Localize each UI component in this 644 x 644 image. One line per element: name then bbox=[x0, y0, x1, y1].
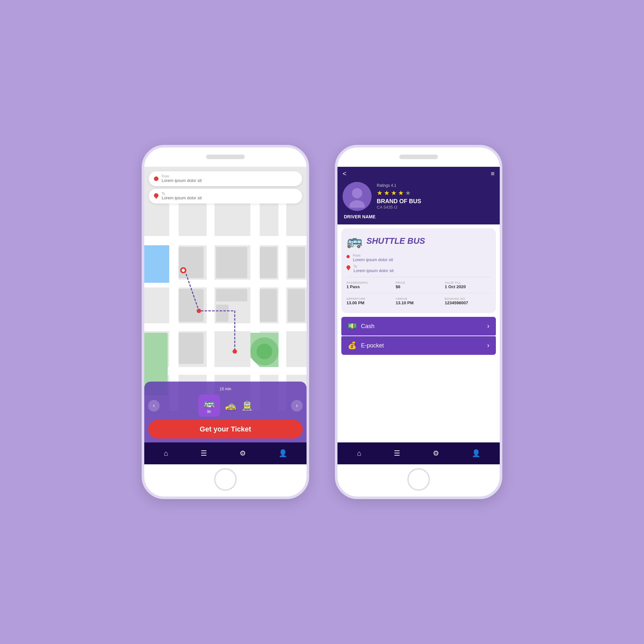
price-value: $6 bbox=[396, 284, 442, 289]
phone-2-bottom-nav: ⌂ ☰ ⚙ 👤 bbox=[337, 442, 500, 464]
taxi-icon: 🚕 bbox=[225, 400, 236, 411]
plate-number: CA 5435 IJ bbox=[377, 205, 495, 210]
epocket-payment-left: 💰 E-pocket bbox=[348, 341, 384, 350]
arrive-label: ARRIVE bbox=[396, 297, 442, 300]
nav-home-icon[interactable]: ⌂ bbox=[164, 449, 168, 458]
train-transport-option[interactable]: 🚊 bbox=[241, 400, 253, 411]
star-3: ★ bbox=[391, 189, 397, 197]
nav-2-list-icon[interactable]: ☰ bbox=[394, 449, 400, 458]
to-route-label: To bbox=[354, 265, 393, 268]
svg-rect-7 bbox=[251, 198, 260, 411]
to-pin-icon bbox=[154, 193, 158, 199]
from-route-value: Lorem ipsum dolor sit bbox=[353, 257, 393, 262]
cash-payment-left: 💵 Cash bbox=[348, 322, 374, 330]
phone-2-home-button[interactable] bbox=[407, 468, 430, 491]
valid-till-cell: VALID TILL 1 Oct 2020 bbox=[445, 281, 491, 289]
svg-rect-16 bbox=[260, 289, 277, 322]
svg-point-29 bbox=[349, 200, 365, 208]
driver-avatar bbox=[343, 182, 372, 211]
to-route-text: To Lorem ipsum dolor sit bbox=[354, 265, 393, 273]
transport-panel: 15 min ‹ 🚌 $6 🚕 🚊 bbox=[144, 382, 307, 442]
detail-screen: < ≡ Ratings 4.1 ★ ★ bbox=[337, 167, 500, 442]
epocket-icon: 💰 bbox=[348, 341, 356, 350]
nav-2-home-icon[interactable]: ⌂ bbox=[357, 449, 361, 458]
svg-rect-8 bbox=[279, 198, 286, 411]
transport-icons-list: 🚌 $6 🚕 🚊 bbox=[198, 394, 253, 417]
avatar-svg bbox=[346, 185, 368, 208]
cash-icon: 💵 bbox=[348, 322, 356, 330]
phone-1-home-button[interactable] bbox=[214, 468, 237, 491]
detail-header: < ≡ Ratings 4.1 ★ ★ bbox=[337, 167, 500, 224]
departure-label: DEPARTURE bbox=[346, 297, 393, 300]
arrive-cell: ARRIVE 13.10 PM bbox=[396, 297, 442, 305]
svg-point-28 bbox=[352, 188, 362, 198]
bus-transport-option[interactable]: 🚌 $6 bbox=[198, 394, 220, 417]
from-route-pin bbox=[346, 255, 350, 258]
next-transport-button[interactable]: › bbox=[291, 400, 303, 412]
taxi-transport-option[interactable]: 🚕 bbox=[225, 400, 236, 411]
passengers-value: 1 Pass bbox=[346, 284, 393, 289]
ratings-label: Ratings 4.1 bbox=[377, 183, 495, 188]
map-container: From Lorem ipsum dolor sit To Lorem ipsu… bbox=[144, 167, 307, 442]
driver-details: Ratings 4.1 ★ ★ ★ ★ ★ BRAND OF BUS CA 54… bbox=[377, 183, 495, 210]
valid-till-value: 1 Oct 2020 bbox=[445, 284, 491, 289]
cash-label: Cash bbox=[361, 323, 374, 330]
nav-2-profile-icon[interactable]: 👤 bbox=[472, 449, 480, 458]
svg-rect-6 bbox=[207, 198, 214, 411]
booking-label: BOOKING NO. bbox=[445, 297, 491, 300]
svg-point-22 bbox=[257, 344, 272, 359]
epocket-payment-option[interactable]: 💰 E-pocket › bbox=[341, 336, 496, 355]
from-search-bar[interactable]: From Lorem ipsum dolor sit bbox=[149, 171, 302, 186]
epocket-chevron-icon: › bbox=[487, 341, 489, 350]
hamburger-menu-button[interactable]: ≡ bbox=[491, 170, 495, 177]
svg-rect-11 bbox=[179, 289, 204, 322]
departure-cell: DEPARTURE 13.00 PM bbox=[346, 297, 393, 305]
time-display: 15 min bbox=[148, 387, 303, 391]
price-cell: PRICE $6 bbox=[396, 281, 442, 289]
svg-point-25 bbox=[182, 269, 185, 272]
detail-top-bar: < ≡ bbox=[343, 170, 495, 177]
phone-2-speaker bbox=[399, 155, 438, 159]
brand-name: BRAND OF BUS bbox=[377, 198, 495, 205]
nav-list-icon[interactable]: ☰ bbox=[201, 449, 207, 458]
cash-chevron-icon: › bbox=[487, 322, 489, 330]
nav-settings-icon[interactable]: ⚙ bbox=[240, 449, 246, 458]
phone-2-screen: < ≡ Ratings 4.1 ★ ★ bbox=[337, 167, 500, 464]
arrive-value: 13.10 PM bbox=[396, 300, 442, 305]
phone-2: < ≡ Ratings 4.1 ★ ★ bbox=[335, 145, 502, 499]
payment-section: 💵 Cash › 💰 E-pocket › bbox=[341, 317, 496, 355]
from-value: Lorem ipsum dolor sit bbox=[162, 178, 202, 183]
get-ticket-button[interactable]: Get your Ticket bbox=[148, 420, 303, 439]
nav-profile-icon[interactable]: 👤 bbox=[279, 449, 287, 458]
phone-1: From Lorem ipsum dolor sit To Lorem ipsu… bbox=[142, 145, 309, 499]
svg-rect-9 bbox=[179, 247, 204, 278]
nav-2-settings-icon[interactable]: ⚙ bbox=[433, 449, 439, 458]
passengers-cell: PASSENGERS 1 Pass bbox=[346, 281, 393, 289]
bus-icon: 🚌 bbox=[204, 398, 215, 408]
booking-value: 1234598007 bbox=[445, 300, 491, 305]
price-label: PRICE bbox=[396, 281, 442, 284]
star-1: ★ bbox=[377, 189, 383, 197]
booking-cell: BOOKING NO. 1234598007 bbox=[445, 297, 491, 305]
star-5: ★ bbox=[405, 189, 411, 197]
svg-rect-15 bbox=[260, 247, 277, 278]
svg-rect-5 bbox=[169, 198, 179, 411]
ticket-info-grid-1: PASSENGERS 1 Pass PRICE $6 VALID TILL 1 … bbox=[346, 281, 491, 289]
from-route-text: From Lorem ipsum dolor sit bbox=[353, 254, 393, 262]
shuttle-title: SHUTTLE BUS bbox=[366, 236, 425, 246]
cash-payment-option[interactable]: 💵 Cash › bbox=[341, 317, 496, 336]
svg-rect-14 bbox=[179, 333, 204, 364]
svg-point-26 bbox=[197, 309, 201, 313]
svg-point-27 bbox=[232, 349, 237, 354]
epocket-label: E-pocket bbox=[361, 342, 384, 349]
to-value: Lorem ipsum dolor sit bbox=[162, 195, 202, 200]
svg-rect-17 bbox=[288, 247, 305, 278]
prev-transport-button[interactable]: ‹ bbox=[148, 400, 160, 412]
to-route-pin bbox=[346, 265, 350, 270]
to-search-bar[interactable]: To Lorem ipsum dolor sit bbox=[149, 189, 302, 204]
from-pin-icon bbox=[154, 176, 158, 181]
route-to-row: To Lorem ipsum dolor sit bbox=[346, 265, 491, 273]
back-button[interactable]: < bbox=[343, 170, 346, 177]
passengers-label: PASSENGERS bbox=[346, 281, 393, 284]
transport-options: ‹ 🚌 $6 🚕 🚊 › bbox=[148, 394, 303, 417]
